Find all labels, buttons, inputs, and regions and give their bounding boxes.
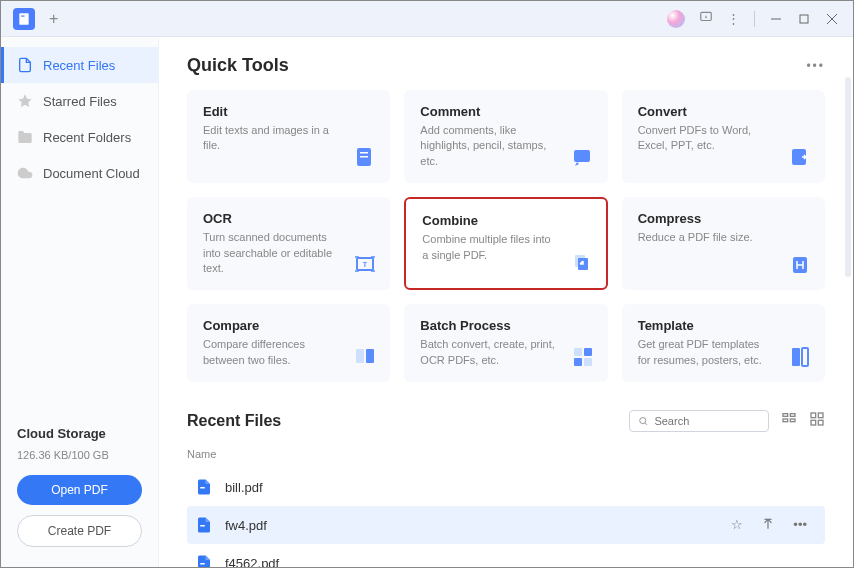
feedback-icon[interactable] — [699, 12, 713, 27]
star-icon[interactable]: ☆ — [731, 517, 743, 534]
titlebar: + ⋮ — [1, 1, 853, 37]
svg-rect-23 — [584, 358, 592, 366]
sidebar-item-label: Starred Files — [43, 94, 117, 109]
pdf-file-icon — [195, 554, 213, 567]
sidebar-item-label: Document Cloud — [43, 166, 140, 181]
minimize-button[interactable] — [769, 12, 783, 26]
file-row[interactable]: bill.pdf — [187, 468, 825, 506]
create-pdf-button[interactable]: Create PDF — [17, 515, 142, 547]
sidebar-item-label: Recent Files — [43, 58, 115, 73]
svg-rect-10 — [360, 156, 368, 158]
sidebar-item-label: Recent Folders — [43, 130, 131, 145]
tool-desc: Turn scanned documents into searchable o… — [203, 230, 374, 276]
tool-desc: Edit texts and images in a file. — [203, 123, 374, 154]
recent-files-title: Recent Files — [187, 412, 281, 430]
svg-rect-30 — [783, 419, 788, 422]
svg-rect-21 — [584, 348, 592, 356]
tool-icon — [570, 145, 596, 171]
pin-icon[interactable] — [761, 517, 775, 534]
sidebar-bottom: Cloud Storage 126.36 KB/100 GB Open PDF … — [1, 412, 158, 567]
svg-rect-31 — [790, 419, 795, 422]
svg-line-27 — [645, 423, 647, 425]
svg-rect-20 — [574, 348, 582, 356]
tool-title: Template — [638, 318, 809, 333]
star-icon — [17, 93, 33, 109]
new-tab-button[interactable]: + — [49, 10, 58, 28]
svg-rect-35 — [818, 420, 823, 425]
open-pdf-button[interactable]: Open PDF — [17, 475, 142, 505]
search-input[interactable] — [654, 415, 760, 427]
search-box[interactable] — [629, 410, 769, 432]
quick-tools-title: Quick Tools — [187, 55, 289, 76]
tool-card-template[interactable]: Template Get great PDF templates for res… — [622, 304, 825, 382]
quick-tools-more-button[interactable]: ••• — [806, 59, 825, 73]
grid-view-icon[interactable] — [809, 411, 825, 431]
svg-text:T: T — [363, 261, 368, 268]
close-button[interactable] — [825, 12, 839, 26]
tool-icon — [570, 344, 596, 370]
tool-desc: Compare differences between two files. — [203, 337, 374, 368]
scrollbar[interactable] — [845, 77, 851, 277]
svg-rect-29 — [790, 414, 795, 417]
app-logo-icon — [13, 8, 35, 30]
tool-card-convert[interactable]: Convert Convert PDFs to Word, Excel, PPT… — [622, 90, 825, 183]
cloud-storage-title: Cloud Storage — [17, 426, 142, 441]
tool-icon — [352, 344, 378, 370]
file-name: fw4.pdf — [225, 518, 267, 533]
sidebar-item-recent-files[interactable]: Recent Files — [1, 47, 158, 83]
file-row[interactable]: f4562.pdf — [187, 544, 825, 567]
svg-rect-1 — [21, 15, 25, 16]
svg-rect-0 — [19, 13, 28, 25]
tool-desc: Add comments, like highlights, pencil, s… — [420, 123, 591, 169]
tool-desc: Batch convert, create, print, OCR PDFs, … — [420, 337, 591, 368]
tools-grid: Edit Edit texts and images in a file. Co… — [187, 90, 825, 382]
sidebar-item-recent-folders[interactable]: Recent Folders — [1, 119, 158, 155]
file-name: bill.pdf — [225, 480, 263, 495]
sidebar: Recent Files Starred Files Recent Folder… — [1, 37, 159, 567]
maximize-button[interactable] — [797, 12, 811, 26]
tool-title: Compress — [638, 211, 809, 226]
sidebar-item-document-cloud[interactable]: Document Cloud — [1, 155, 158, 191]
sidebar-item-starred-files[interactable]: Starred Files — [1, 83, 158, 119]
tool-desc: Convert PDFs to Word, Excel, PPT, etc. — [638, 123, 809, 154]
menu-dots-icon[interactable]: ⋮ — [727, 11, 740, 26]
svg-rect-36 — [200, 487, 205, 489]
tool-card-compress[interactable]: Compress Reduce a PDF file size. — [622, 197, 825, 290]
file-row[interactable]: fw4.pdf ☆ ••• — [187, 506, 825, 544]
tool-card-batch-process[interactable]: Batch Process Batch convert, create, pri… — [404, 304, 607, 382]
folder-icon — [17, 129, 33, 145]
tool-icon — [568, 250, 594, 276]
tool-desc: Combine multiple files into a single PDF… — [422, 232, 589, 263]
tool-card-compare[interactable]: Compare Compare differences between two … — [187, 304, 390, 382]
tool-card-comment[interactable]: Comment Add comments, like highlights, p… — [404, 90, 607, 183]
tool-icon — [787, 252, 813, 278]
pdf-file-icon — [195, 478, 213, 496]
cloud-storage-usage: 126.36 KB/100 GB — [17, 449, 142, 461]
tool-title: Combine — [422, 213, 589, 228]
svg-rect-24 — [792, 348, 800, 366]
column-header-name: Name — [187, 442, 825, 468]
svg-rect-22 — [574, 358, 582, 366]
svg-rect-32 — [811, 413, 816, 418]
tool-title: Edit — [203, 104, 374, 119]
profile-orb-icon[interactable] — [667, 10, 685, 28]
cloud-icon — [17, 165, 33, 181]
tool-title: Comment — [420, 104, 591, 119]
svg-rect-33 — [818, 413, 823, 418]
svg-rect-34 — [811, 420, 816, 425]
svg-point-26 — [640, 418, 646, 424]
list-view-icon[interactable] — [781, 411, 797, 431]
tool-card-combine[interactable]: Combine Combine multiple files into a si… — [404, 197, 607, 290]
tool-icon — [352, 145, 378, 171]
tool-desc: Get great PDF templates for resumes, pos… — [638, 337, 809, 368]
tool-card-ocr[interactable]: OCR Turn scanned documents into searchab… — [187, 197, 390, 290]
svg-marker-7 — [18, 94, 31, 107]
tool-title: Convert — [638, 104, 809, 119]
tool-icon: T — [352, 252, 378, 278]
file-name: f4562.pdf — [225, 556, 279, 567]
tool-title: Compare — [203, 318, 374, 333]
svg-rect-28 — [783, 414, 788, 417]
tool-card-edit[interactable]: Edit Edit texts and images in a file. — [187, 90, 390, 183]
svg-rect-40 — [200, 563, 205, 565]
more-icon[interactable]: ••• — [793, 517, 807, 534]
